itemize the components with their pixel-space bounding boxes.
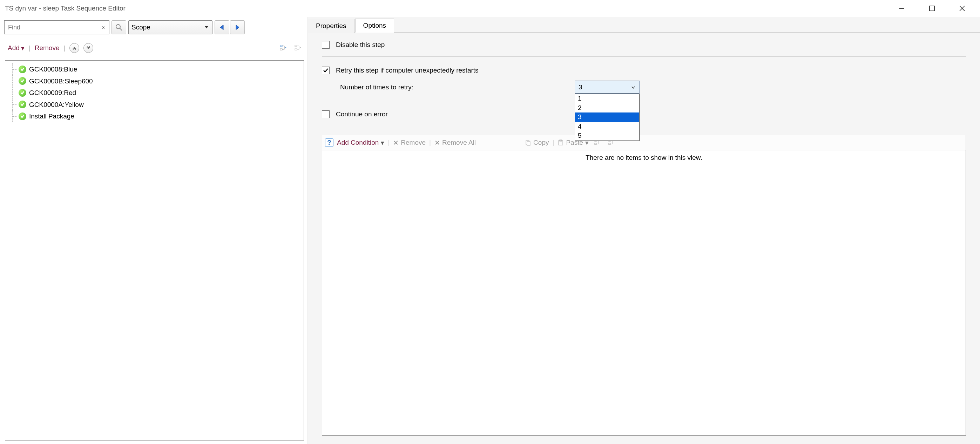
maximize-icon <box>929 5 935 11</box>
remove-condition-label: Remove <box>401 139 426 146</box>
collapse-tree-button[interactable] <box>293 43 303 53</box>
tree-item[interactable]: GCK00009:Red <box>7 87 302 99</box>
move-up-button[interactable] <box>69 43 79 53</box>
nav-prev-button[interactable] <box>215 20 229 34</box>
success-check-icon <box>19 113 26 120</box>
close-icon <box>959 5 965 11</box>
scope-label: Scope <box>132 24 150 31</box>
retry-step-row: Retry this step if computer unexpectedly… <box>322 67 966 74</box>
retry-count-option[interactable]: 2 <box>575 103 639 113</box>
retry-count-option[interactable]: 3 <box>575 113 639 122</box>
success-check-icon <box>19 101 26 108</box>
add-condition-label: Add Condition <box>337 139 379 146</box>
retry-count-combo: 3 12345 <box>575 81 640 94</box>
tree-item[interactable]: Install Package <box>7 110 302 122</box>
find-input-wrapper: x <box>4 20 110 34</box>
svg-line-5 <box>120 29 122 30</box>
move-down-button[interactable] <box>83 43 93 53</box>
find-input[interactable] <box>7 24 101 32</box>
separator: | <box>29 44 30 52</box>
tree-item[interactable]: GCK00008:Blue <box>7 63 302 75</box>
separator: | <box>552 139 554 146</box>
remove-condition-button[interactable]: ✕ Remove <box>393 139 426 147</box>
find-clear-button[interactable]: x <box>101 24 106 30</box>
continue-error-row: Continue on error <box>322 110 966 118</box>
maximize-button[interactable] <box>924 3 940 14</box>
window: TS dyn var - sleep Task Sequence Editor … <box>0 0 980 444</box>
chevron-down-icon <box>631 85 636 90</box>
collapse-tree-icon <box>294 44 302 52</box>
tree-item-label: GCK0000A:Yellow <box>29 100 84 110</box>
svg-rect-17 <box>609 143 611 145</box>
scope-dropdown[interactable]: Scope <box>128 20 213 34</box>
success-check-icon <box>19 89 26 97</box>
success-check-icon <box>19 77 26 85</box>
copy-icon <box>525 140 531 146</box>
remove-label: Remove <box>35 44 60 52</box>
add-condition-menu[interactable]: Add Condition ▾ <box>337 139 384 147</box>
svg-rect-8 <box>295 45 297 47</box>
retry-count-option[interactable]: 1 <box>575 94 639 103</box>
chevron-up-double-icon <box>72 46 77 51</box>
remove-button[interactable]: Remove <box>35 44 60 52</box>
conditions-empty-text: There are no items to show in this view. <box>585 154 702 161</box>
retry-step-checkbox[interactable] <box>322 67 329 74</box>
minimize-button[interactable] <box>894 3 910 14</box>
close-button[interactable] <box>954 3 970 14</box>
spacer <box>322 124 966 135</box>
nav-arrows <box>215 20 245 34</box>
continue-error-label: Continue on error <box>336 110 388 118</box>
svg-rect-9 <box>295 49 297 50</box>
tab-properties[interactable]: Properties <box>308 19 355 33</box>
x-icon: ✕ <box>393 139 399 147</box>
conditions-list[interactable]: There are no items to show in this view. <box>322 150 966 436</box>
search-toolbar: x Scope <box>0 19 307 36</box>
search-button[interactable] <box>111 20 126 34</box>
tree-item[interactable]: GCK0000A:Yellow <box>7 99 302 111</box>
copy-condition-button[interactable]: Copy <box>525 139 549 146</box>
tab-options[interactable]: Options <box>355 19 394 33</box>
svg-rect-1 <box>929 6 934 11</box>
separator: | <box>429 139 431 146</box>
success-check-icon <box>19 65 26 73</box>
svg-point-4 <box>116 25 120 29</box>
retry-count-option[interactable]: 5 <box>575 131 639 141</box>
separator: | <box>388 139 390 146</box>
add-menu[interactable]: Add ▾ <box>8 44 25 52</box>
retry-count-row: Number of times to retry: 3 12345 <box>340 81 966 94</box>
retry-count-value: 3 <box>579 83 582 91</box>
arrow-right-icon <box>234 24 241 31</box>
dropdown-caret-icon: ▾ <box>381 139 384 147</box>
svg-rect-7 <box>280 49 282 50</box>
paste-icon <box>557 140 564 146</box>
svg-rect-15 <box>595 143 597 145</box>
copy-label: Copy <box>533 139 549 146</box>
retry-count-field[interactable]: 3 <box>575 81 640 94</box>
window-controls <box>894 3 980 14</box>
checkmark-icon <box>323 67 329 74</box>
sequence-tree[interactable]: GCK00008:BlueGCK0000B:Sleep600GCK00009:R… <box>5 60 304 441</box>
svg-rect-11 <box>527 141 530 146</box>
svg-rect-13 <box>560 140 562 141</box>
separator: | <box>64 44 65 52</box>
x-icon: ✕ <box>434 139 440 147</box>
tree-item[interactable]: GCK0000B:Sleep600 <box>7 75 302 87</box>
minimize-icon <box>899 5 905 11</box>
retry-count-list: 12345 <box>575 94 640 141</box>
remove-all-conditions-button[interactable]: ✕ Remove All <box>434 139 476 147</box>
tree-item-label: GCK00009:Red <box>29 88 76 98</box>
left-panel: x Scope <box>0 17 308 444</box>
disable-step-checkbox[interactable] <box>322 41 329 49</box>
continue-error-checkbox[interactable] <box>322 110 329 118</box>
conditions-toolbar: ? Add Condition ▾ | ✕ Remove | ✕ Remove … <box>322 135 966 150</box>
expand-tree-icon <box>279 44 288 52</box>
nav-next-button[interactable] <box>230 20 245 34</box>
svg-rect-6 <box>280 45 282 47</box>
expand-tree-button[interactable] <box>278 43 289 53</box>
dropdown-caret-icon: ▾ <box>21 44 25 52</box>
add-label: Add <box>8 44 20 52</box>
left-toolbar: Add ▾ | Remove | <box>0 36 307 60</box>
retry-count-label: Number of times to retry: <box>340 83 414 91</box>
tree-item-label: GCK0000B:Sleep600 <box>29 76 93 86</box>
retry-count-option[interactable]: 4 <box>575 122 639 132</box>
